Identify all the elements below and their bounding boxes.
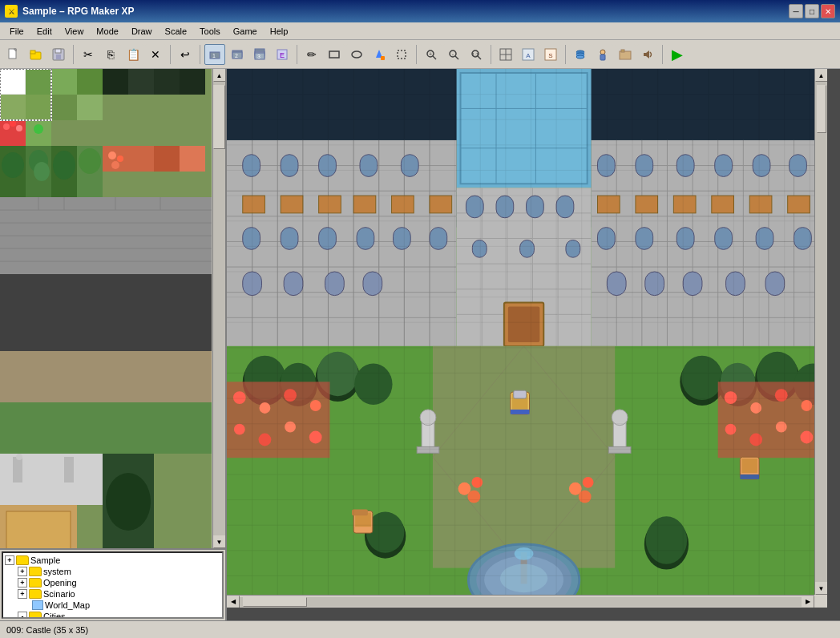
tileset-vscroll[interactable]: ▲ ▼: [212, 69, 225, 548]
tool-ellipse[interactable]: [346, 44, 367, 65]
svg-rect-113: [461, 73, 588, 184]
svg-rect-47: [0, 69, 26, 95]
tree-item-sample[interactable]: + Sample: [5, 555, 220, 566]
map-vscroll-track[interactable]: [815, 82, 827, 582]
map-hscroll-thumb[interactable]: [243, 597, 307, 607]
tool-rect[interactable]: [324, 44, 345, 65]
svg-rect-177: [319, 196, 341, 213]
tileset-area[interactable]: ▲ ▼: [0, 69, 225, 550]
svg-rect-176: [281, 196, 303, 213]
map-hscroll[interactable]: ◀ ▶: [227, 595, 814, 608]
tree-toggle-system[interactable]: +: [18, 567, 27, 576]
tileset-scroll-track[interactable]: [213, 82, 225, 535]
svg-point-252: [420, 410, 436, 426]
tool-cut[interactable]: ✂: [78, 44, 99, 65]
tool-layer2[interactable]: 2: [227, 44, 248, 65]
tool-play[interactable]: ▶: [667, 44, 688, 65]
svg-point-71: [53, 151, 75, 180]
svg-rect-200: [520, 240, 535, 257]
map-area[interactable]: ▲ ▼ ◀ ▶: [227, 69, 840, 620]
tree-item-system[interactable]: + system: [5, 566, 220, 577]
menu-file[interactable]: File: [3, 25, 30, 38]
tool-save[interactable]: [48, 44, 69, 65]
tool-zoom-fix[interactable]: 1:1: [466, 44, 487, 65]
tool-audio[interactable]: [637, 44, 658, 65]
svg-point-237: [310, 400, 321, 411]
tree-toggle-opening[interactable]: +: [18, 578, 27, 588]
svg-rect-169: [753, 155, 770, 177]
tool-grid[interactable]: [495, 44, 516, 65]
map-icon-world: [32, 600, 43, 610]
menu-help[interactable]: Help: [264, 25, 295, 38]
menu-view[interactable]: View: [59, 25, 91, 38]
svg-rect-178: [353, 196, 376, 213]
tool-zoom-in[interactable]: +: [421, 44, 442, 65]
tileset-scroll-down[interactable]: ▼: [213, 535, 226, 548]
tool-delete[interactable]: ✕: [145, 44, 166, 65]
tool-event-layer[interactable]: E: [272, 44, 293, 65]
svg-rect-199: [472, 240, 487, 257]
map-scroll-up[interactable]: ▲: [815, 69, 828, 82]
map-scroll-left[interactable]: ◀: [227, 596, 240, 608]
tileset-scroll-up[interactable]: ▲: [213, 69, 226, 82]
tool-new[interactable]: [3, 44, 24, 65]
tileset-scroll[interactable]: [0, 69, 225, 548]
tool-auto[interactable]: A: [518, 44, 539, 65]
svg-rect-49: [51, 69, 77, 95]
close-button[interactable]: ✕: [821, 4, 835, 18]
titlebar-left: ⚔ Sample – RPG Maker XP: [5, 5, 134, 18]
svg-point-246: [801, 400, 812, 411]
svg-point-60: [3, 123, 10, 130]
svg-rect-56: [26, 95, 51, 120]
svg-rect-164: [401, 155, 418, 177]
minimize-button[interactable]: ─: [789, 4, 803, 18]
svg-point-238: [234, 424, 245, 435]
svg-rect-161: [281, 155, 298, 177]
tree-item-world-map[interactable]: World_Map: [5, 600, 220, 611]
status-text: 009: Castle (35 x 35): [6, 625, 88, 635]
tool-open[interactable]: [26, 44, 46, 65]
tool-paste[interactable]: 📋: [123, 44, 143, 65]
svg-rect-183: [673, 196, 696, 213]
menu-tools[interactable]: Tools: [193, 25, 227, 38]
menu-scale[interactable]: Scale: [159, 25, 194, 38]
tileset-scroll-thumb[interactable]: [213, 85, 225, 149]
tool-copy[interactable]: ⎘: [100, 44, 121, 65]
tool-undo[interactable]: ↩: [175, 44, 196, 65]
maximize-button[interactable]: □: [805, 4, 819, 18]
tool-database[interactable]: [570, 44, 591, 65]
tool-resource[interactable]: [615, 44, 636, 65]
map-scroll-right[interactable]: ▶: [802, 596, 814, 608]
tool-layer3[interactable]: 3: [249, 44, 270, 65]
tool-zoom-out[interactable]: -: [443, 44, 464, 65]
tool-pencil[interactable]: ✏: [301, 44, 322, 65]
map-vscroll[interactable]: ▲ ▼: [814, 69, 827, 595]
map-scroll-down[interactable]: ▼: [815, 582, 828, 595]
tree-toggle-scinario[interactable]: +: [18, 589, 27, 599]
svg-rect-210: [765, 272, 785, 296]
menu-edit[interactable]: Edit: [30, 25, 59, 38]
menu-game[interactable]: Game: [227, 25, 264, 38]
tree-item-opening[interactable]: + Opening: [5, 577, 220, 588]
tool-character[interactable]: [592, 44, 613, 65]
map-tree[interactable]: + Sample + system + Opening + Scinario: [2, 551, 224, 619]
tree-item-cities[interactable]: - Cities: [5, 611, 220, 619]
svg-rect-275: [511, 410, 530, 414]
tree-toggle-sample[interactable]: +: [5, 555, 14, 565]
tool-layer1[interactable]: 1: [204, 44, 225, 65]
svg-point-64: [34, 124, 43, 134]
svg-rect-203: [284, 272, 303, 296]
menu-draw[interactable]: Draw: [125, 25, 159, 38]
svg-rect-172: [496, 196, 514, 218]
tool-select[interactable]: [391, 44, 412, 65]
map-hscroll-track[interactable]: [240, 597, 802, 607]
map-vscroll-thumb[interactable]: [817, 85, 826, 133]
menu-mode[interactable]: Mode: [90, 25, 125, 38]
tool-flood[interactable]: [369, 44, 390, 65]
svg-rect-78: [128, 146, 154, 172]
tool-script[interactable]: S: [540, 44, 561, 65]
tree-item-scinario[interactable]: + Scinario: [5, 588, 220, 600]
window-title: Sample – RPG Maker XP: [22, 6, 134, 17]
svg-rect-175: [243, 196, 265, 213]
tree-toggle-cities[interactable]: -: [18, 612, 27, 619]
